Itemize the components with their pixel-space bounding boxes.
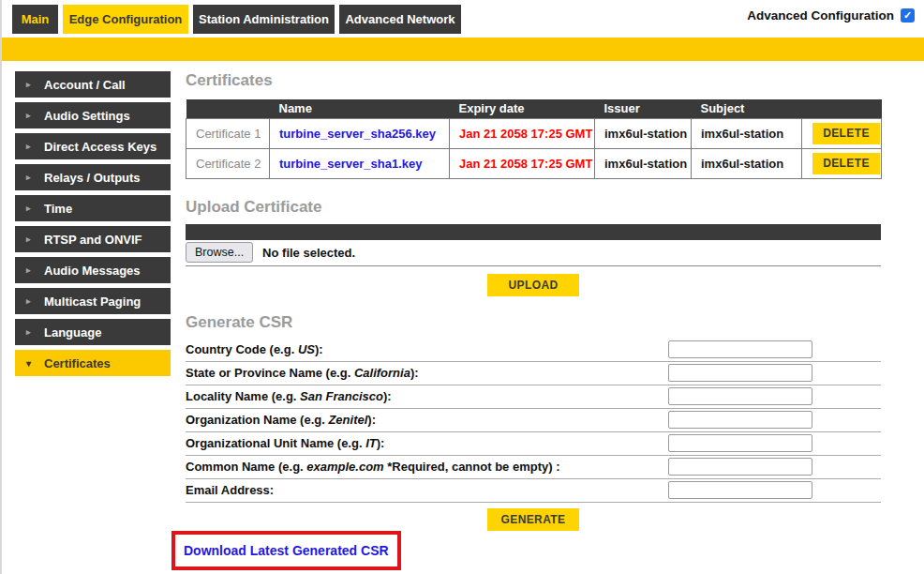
chevron-right-icon: ▸ [26, 296, 31, 306]
certificate-row: Certificate 1 turbine_server_sha256.key … [186, 118, 882, 148]
sidebar-item-audio-messages[interactable]: ▸ Audio Messages [15, 257, 171, 283]
certificate-subject: imx6ul-station [692, 148, 802, 178]
file-picker-row: Browse... No file selected. [186, 240, 881, 266]
organization-input[interactable] [668, 411, 812, 429]
tab-station-administration[interactable]: Station Administration [193, 5, 335, 34]
form-row-organization: Organization Name (e.g. Zenitel): [186, 409, 881, 432]
annotation-highlight-box: Download Latest Generated CSR [171, 531, 401, 570]
sidebar-item-relays-outputs[interactable]: ▸ Relays / Outputs [15, 164, 171, 190]
form-row-email-address: Email Address: [186, 479, 881, 503]
chevron-right-icon: ▸ [26, 80, 31, 89]
certificate-row: Certificate 2 turbine_server_sha1.key Ja… [186, 148, 882, 178]
locality-input[interactable] [668, 387, 812, 405]
file-selected-status: No file selected. [262, 246, 355, 260]
certificate-row-label: Certificate 1 [186, 118, 270, 148]
column-header-name: Name [270, 99, 450, 118]
sidebar-item-direct-access-keys[interactable]: ▸ Direct Access Keys [15, 133, 171, 159]
certificate-issuer: imx6ul-station [595, 148, 692, 178]
sidebar: ▸ Account / Call ▸ Audio Settings ▸ Dire… [15, 71, 171, 381]
form-row-common-name: Common Name (e.g. example.com *Required,… [186, 456, 881, 479]
page: Main Edge Configuration Station Administ… [0, 0, 924, 574]
chevron-right-icon: ▸ [26, 327, 31, 337]
top-tab-bar: Main Edge Configuration Station Administ… [2, 0, 924, 38]
form-row-country-code: Country Code (e.g. US): [186, 339, 881, 362]
certificate-issuer: imx6ul-station [595, 118, 692, 148]
organization-label: Organization Name (e.g. Zenitel): [186, 409, 376, 431]
form-row-organizational-unit: Organizational Unit Name (e.g. IT): [186, 432, 881, 456]
advanced-configuration-label: Advanced Configuration [747, 8, 894, 23]
common-name-label: Common Name (e.g. example.com *Required,… [186, 456, 559, 478]
upload-certificate-section-title: Upload Certificate [186, 198, 881, 217]
country-code-input[interactable] [668, 340, 812, 358]
chevron-right-icon: ▸ [26, 204, 31, 213]
checkmark-icon: ✓ [903, 10, 912, 21]
delete-certificate-button[interactable]: DELETE [812, 153, 880, 174]
email-address-label: Email Address: [186, 479, 274, 502]
sidebar-item-label: Certificates [44, 356, 111, 370]
sidebar-item-multicast-paging[interactable]: ▸ Multicast Paging [15, 288, 171, 314]
sidebar-item-label: Audio Messages [44, 264, 141, 278]
generate-csr-section-title: Generate CSR [186, 313, 881, 332]
accent-bar [2, 38, 924, 61]
column-header-issuer: Issuer [595, 99, 692, 118]
certificates-table-header-row: Name Expiry date Issuer Subject [186, 99, 882, 118]
certificate-expiry: Jan 21 2058 17:25 GMT [450, 118, 595, 148]
certificates-section-title: Certificates [186, 71, 881, 90]
email-address-input[interactable] [668, 481, 812, 499]
sidebar-item-certificates[interactable]: ▾ Certificates [15, 350, 171, 376]
sidebar-item-language[interactable]: ▸ Language [15, 319, 171, 345]
state-province-label: State or Province Name (e.g. California)… [186, 362, 419, 385]
sidebar-item-label: Direct Access Keys [44, 140, 156, 154]
state-province-input[interactable] [668, 364, 812, 382]
certificate-row-label: Certificate 2 [186, 148, 270, 178]
sidebar-item-label: Language [44, 325, 101, 340]
main-content: Certificates Name Expiry date Issuer Sub… [186, 71, 881, 570]
chevron-down-icon: ▾ [26, 358, 31, 369]
chevron-right-icon: ▸ [26, 234, 31, 244]
sidebar-item-label: Account / Call [44, 78, 126, 92]
sidebar-item-label: RTSP and ONVIF [44, 233, 142, 247]
column-header-expiry-date: Expiry date [450, 99, 595, 118]
advanced-configuration-toggle: Advanced Configuration ✓ [747, 8, 915, 23]
form-row-state-province: State or Province Name (e.g. California)… [186, 362, 881, 385]
browse-button[interactable]: Browse... [186, 242, 253, 263]
column-header-subject: Subject [692, 99, 802, 118]
certificates-table: Name Expiry date Issuer Subject Certific… [186, 99, 882, 179]
download-latest-csr-link[interactable]: Download Latest Generated CSR [184, 543, 389, 558]
upload-button[interactable]: UPLOAD [487, 274, 579, 296]
organizational-unit-label: Organizational Unit Name (e.g. IT): [186, 432, 384, 455]
chevron-right-icon: ▸ [26, 173, 31, 182]
common-name-input[interactable] [668, 458, 812, 476]
tab-edge-configuration[interactable]: Edge Configuration [63, 5, 188, 34]
chevron-right-icon: ▸ [26, 111, 31, 120]
sidebar-item-audio-settings[interactable]: ▸ Audio Settings [15, 102, 171, 128]
organizational-unit-input[interactable] [668, 434, 812, 452]
sidebar-item-label: Time [44, 202, 72, 216]
chevron-right-icon: ▸ [26, 142, 31, 151]
column-header-blank [186, 99, 270, 118]
certificate-expiry: Jan 21 2058 17:25 GMT [450, 148, 595, 178]
generate-csr-form: Country Code (e.g. US): State or Provinc… [186, 339, 881, 503]
tab-advanced-network[interactable]: Advanced Network [339, 5, 461, 34]
generate-button[interactable]: GENERATE [487, 508, 579, 531]
country-code-label: Country Code (e.g. US): [186, 339, 323, 361]
delete-certificate-button[interactable]: DELETE [812, 123, 880, 144]
sidebar-item-rtsp-onvif[interactable]: ▸ RTSP and ONVIF [15, 226, 171, 252]
upload-table-header-bar [186, 224, 881, 240]
advanced-configuration-checkbox[interactable]: ✓ [901, 8, 915, 23]
certificate-subject: imx6ul-station [692, 118, 802, 148]
chevron-right-icon: ▸ [26, 265, 31, 275]
sidebar-item-label: Relays / Outputs [44, 171, 141, 185]
certificate-file-link[interactable]: turbine_server_sha256.key [279, 127, 436, 141]
sidebar-item-label: Audio Settings [44, 109, 130, 123]
sidebar-item-label: Multicast Paging [44, 295, 141, 309]
sidebar-item-account-call[interactable]: ▸ Account / Call [15, 71, 171, 98]
locality-label: Locality Name (e.g. San Francisco): [186, 385, 392, 408]
certificate-file-link[interactable]: turbine_server_sha1.key [279, 157, 422, 171]
sidebar-item-time[interactable]: ▸ Time [15, 195, 171, 221]
column-header-actions [802, 99, 882, 118]
form-row-locality: Locality Name (e.g. San Francisco): [186, 385, 881, 409]
tab-main[interactable]: Main [12, 5, 58, 34]
